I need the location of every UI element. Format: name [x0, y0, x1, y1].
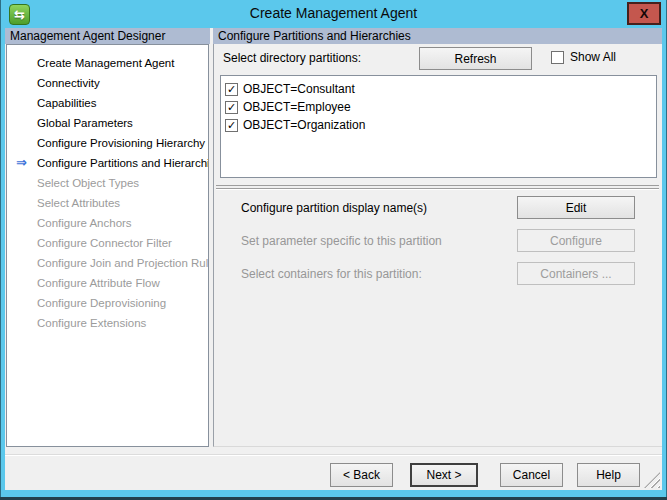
sidebar-item-select-object-types: Select Object Types — [7, 173, 208, 193]
show-all-label: Show All — [570, 50, 616, 64]
wizard-step-sidebar: Management Agent Designer Create Managem… — [5, 28, 210, 447]
sidebar-item-configure-provisioning-hierarchy[interactable]: Configure Provisioning Hierarchy — [7, 133, 208, 153]
sidebar-item-label: Select Attributes — [37, 197, 120, 209]
help-button[interactable]: Help — [577, 463, 640, 487]
sidebar-item-label: Connectivity — [37, 77, 100, 89]
partition-row-organization[interactable]: ✓ OBJECT=Organization — [225, 116, 656, 134]
right-panel-content: Select directory partitions: Refresh Sho… — [213, 44, 662, 447]
configure-partitions-panel: Configure Partitions and Hierarchies Sel… — [213, 28, 662, 447]
partition-label: OBJECT=Organization — [243, 118, 365, 132]
sidebar-item-label: Configure Attribute Flow — [37, 277, 160, 289]
sidebar-item-configure-extensions: Configure Extensions — [7, 313, 208, 333]
sidebar-item-label: Configure Extensions — [37, 317, 146, 329]
current-step-arrow-icon: ⇒ — [16, 153, 27, 173]
partition-label: OBJECT=Consultant — [243, 82, 355, 96]
checkbox-unchecked-icon[interactable] — [551, 51, 564, 64]
footer-separator — [5, 454, 662, 455]
sidebar-header: Management Agent Designer — [5, 28, 210, 44]
resize-grip[interactable] — [644, 472, 660, 488]
refresh-button[interactable]: Refresh — [419, 47, 532, 70]
show-all-checkbox[interactable]: Show All — [551, 50, 616, 64]
sidebar-item-capabilities[interactable]: Capabilities — [7, 93, 208, 113]
cancel-button[interactable]: Cancel — [500, 463, 563, 487]
sidebar-item-connectivity[interactable]: Connectivity — [7, 73, 208, 93]
sidebar-item-label: Select Object Types — [37, 177, 139, 189]
partition-display-name-label: Configure partition display name(s) — [241, 201, 427, 215]
sidebar-item-global-parameters[interactable]: Global Parameters — [7, 113, 208, 133]
create-management-agent-dialog: ⇆ Create Management Agent X Management A… — [0, 0, 667, 500]
sidebar-item-label: Configure Deprovisioning — [37, 297, 166, 309]
partition-row-employee[interactable]: ✓ OBJECT=Employee — [225, 98, 656, 116]
sidebar-item-configure-anchors: Configure Anchors — [7, 213, 208, 233]
sidebar-item-configure-deprovisioning: Configure Deprovisioning — [7, 293, 208, 313]
partition-row-consultant[interactable]: ✓ OBJECT=Consultant — [225, 80, 656, 98]
sidebar-item-label: Configure Partitions and Hierarchies — [37, 157, 209, 169]
sidebar-item-configure-join-and-projection-rules: Configure Join and Projection Rules — [7, 253, 208, 273]
sidebar-item-label: Configure Anchors — [37, 217, 132, 229]
sidebar-item-label: Configure Join and Projection Rules — [37, 257, 209, 269]
window-title: Create Management Agent — [0, 0, 667, 28]
sidebar-item-label: Global Parameters — [37, 117, 133, 129]
close-button[interactable]: X — [627, 2, 661, 25]
section-divider — [216, 185, 659, 189]
checkbox-checked-icon[interactable]: ✓ — [225, 119, 238, 132]
set-parameter-label: Set parameter specific to this partition — [241, 234, 442, 248]
right-panel-header: Configure Partitions and Hierarchies — [213, 28, 662, 44]
sidebar-item-configure-connector-filter: Configure Connector Filter — [7, 233, 208, 253]
title-bar[interactable]: ⇆ Create Management Agent X — [0, 0, 667, 28]
containers-button: Containers ... — [517, 262, 635, 285]
sidebar-item-label: Configure Provisioning Hierarchy — [37, 137, 205, 149]
directory-partitions-listbox: ✓ OBJECT=Consultant ✓ OBJECT=Employee ✓ … — [220, 75, 657, 178]
dialog-body: Management Agent Designer Create Managem… — [5, 28, 662, 447]
sidebar-item-label: Capabilities — [37, 97, 96, 109]
select-containers-label: Select containers for this partition: — [241, 267, 422, 281]
sidebar-item-configure-partitions-and-hierarchies[interactable]: ⇒ Configure Partitions and Hierarchies — [7, 153, 208, 173]
back-button[interactable]: < Back — [330, 463, 393, 487]
sidebar-item-label: Create Management Agent — [37, 57, 174, 69]
sidebar-item-select-attributes: Select Attributes — [7, 193, 208, 213]
edit-button[interactable]: Edit — [517, 196, 635, 219]
next-button[interactable]: Next > — [410, 463, 478, 487]
sidebar-item-label: Configure Connector Filter — [37, 237, 172, 249]
select-directory-partitions-label: Select directory partitions: — [223, 51, 361, 65]
checkbox-checked-icon[interactable]: ✓ — [225, 101, 238, 114]
close-icon: X — [640, 6, 649, 21]
partition-label: OBJECT=Employee — [243, 100, 351, 114]
sidebar-item-configure-attribute-flow: Configure Attribute Flow — [7, 273, 208, 293]
sidebar-step-list: Create Management Agent Connectivity Cap… — [6, 44, 209, 447]
configure-button: Configure — [517, 229, 635, 252]
sidebar-item-create-management-agent[interactable]: Create Management Agent — [7, 53, 208, 73]
checkbox-checked-icon[interactable]: ✓ — [225, 83, 238, 96]
wizard-footer: < Back Next > Cancel Help — [5, 447, 662, 490]
